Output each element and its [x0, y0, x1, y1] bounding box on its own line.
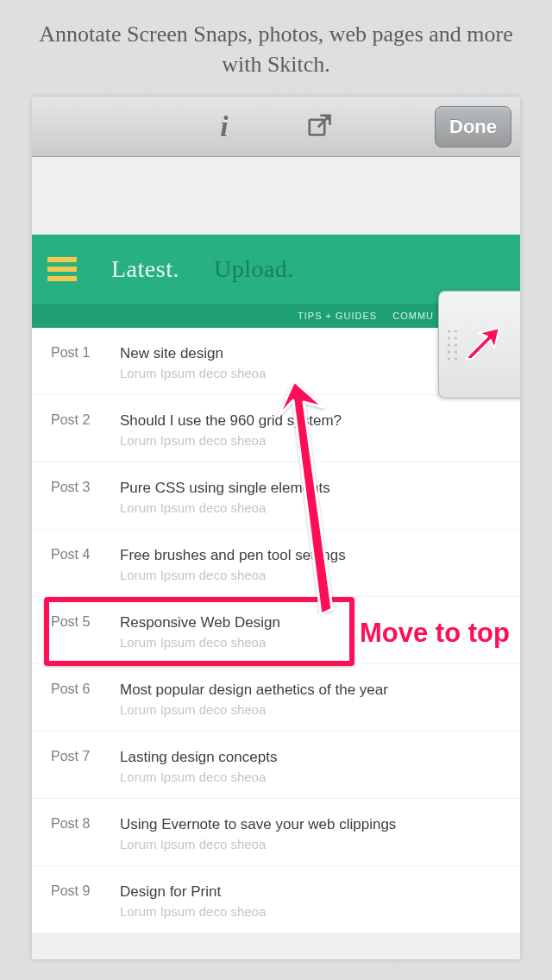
post-index: Post 4: [51, 547, 120, 582]
list-item[interactable]: Post 9 Design for Print Lorum Ipsum deco…: [32, 866, 520, 933]
post-index: Post 6: [51, 682, 120, 717]
tool-tray[interactable]: [438, 291, 520, 399]
subnav-community[interactable]: COMMU: [392, 311, 434, 321]
annotation-canvas[interactable]: Latest. Upload. TIPS + GUIDES COMMU Post…: [32, 157, 520, 959]
skitch-app-frame: i Done Latest. Upload. TIPS + GUIDES COM…: [32, 97, 520, 959]
post-title: Pure CSS using single elements: [120, 480, 501, 497]
post-title: Free brushes and pen tool settings: [120, 547, 501, 564]
post-subtitle: Lorum Ipsum deco sheoa: [120, 904, 501, 919]
list-item[interactable]: Post 7 Lasting design concepts Lorum Ips…: [32, 732, 520, 799]
post-subtitle: Lorum Ipsum deco sheoa: [120, 837, 501, 851]
post-subtitle: Lorum Ipsum deco sheoa: [120, 770, 501, 784]
post-subtitle: Lorum Ipsum deco sheoa: [120, 568, 501, 582]
list-item[interactable]: Post 3 Pure CSS using single elements Lo…: [32, 462, 520, 530]
nav-upload[interactable]: Upload.: [214, 255, 294, 283]
post-subtitle: Lorum Ipsum deco sheoa: [120, 433, 501, 448]
arrow-tool-icon: [460, 324, 501, 366]
list-item[interactable]: Post 8 Using Evernote to save your web c…: [32, 799, 520, 866]
svg-marker-3: [467, 328, 499, 359]
post-index: Post 1: [51, 345, 120, 380]
nav-latest[interactable]: Latest.: [111, 255, 179, 283]
share-icon[interactable]: [306, 112, 332, 141]
post-title: Most popular design aethetics of the yea…: [120, 682, 501, 699]
toolbar: i Done: [32, 97, 520, 157]
post-index: Post 7: [51, 749, 120, 784]
post-subtitle: Lorum Ipsum deco sheoa: [120, 702, 501, 717]
post-title: Should I use the 960 grid system?: [120, 412, 501, 430]
annotation-text[interactable]: Move to top: [360, 618, 510, 649]
info-icon[interactable]: i: [220, 110, 228, 143]
post-index: Post 8: [51, 816, 120, 851]
drag-grip-icon: [448, 330, 457, 360]
post-title: Design for Print: [120, 883, 501, 901]
done-button[interactable]: Done: [435, 106, 511, 148]
list-item[interactable]: Post 4 Free brushes and pen tool setting…: [32, 530, 520, 597]
post-index: Post 3: [51, 480, 120, 515]
hamburger-icon[interactable]: [47, 257, 77, 281]
post-title: Using Evernote to save your web clipping…: [120, 816, 501, 833]
promo-text: Annotate Screen Snaps, photos, web pages…: [0, 0, 552, 88]
post-index: Post 9: [51, 883, 120, 919]
list-item[interactable]: Post 6 Most popular design aethetics of …: [32, 664, 520, 732]
subnav-tips[interactable]: TIPS + GUIDES: [298, 311, 377, 321]
post-index: Post 5: [51, 614, 120, 650]
list-item[interactable]: Post 2 Should I use the 960 grid system?…: [32, 395, 520, 462]
post-title: Lasting design concepts: [120, 749, 501, 766]
post-subtitle: Lorum Ipsum deco sheoa: [120, 500, 501, 515]
post-index: Post 2: [51, 412, 120, 448]
